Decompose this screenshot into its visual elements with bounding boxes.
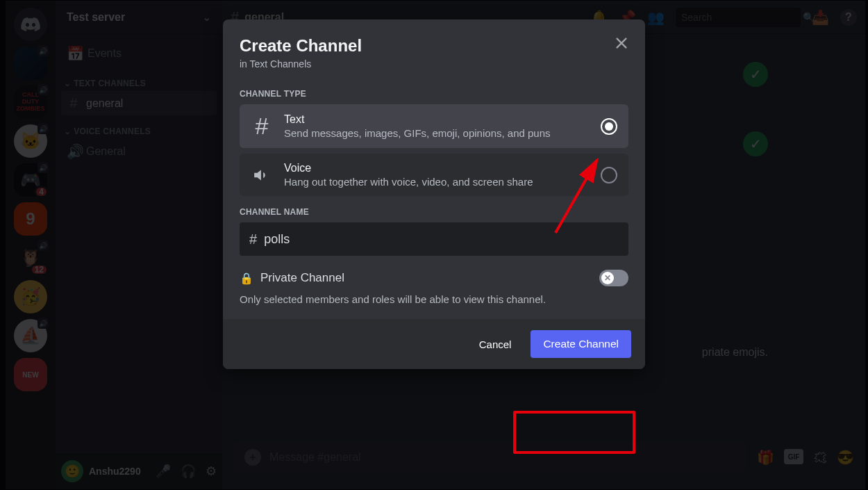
speaker-icon [251,166,273,184]
hash-icon: # [249,231,257,247]
modal-subtitle: in Text Channels [240,58,628,70]
private-channel-toggle[interactable]: ✕ [599,270,628,286]
channel-name-input-wrapper[interactable]: # [240,222,628,256]
type-name: Voice [284,162,590,174]
channel-name-input[interactable] [264,232,619,247]
type-desc: Send messages, images, GIFs, emoji, opin… [284,127,590,139]
channel-type-voice[interactable]: Voice Hang out together with voice, vide… [240,154,628,196]
close-button[interactable] [612,33,631,53]
channel-type-text[interactable]: # Text Send messages, images, GIFs, emoj… [240,104,628,148]
toggle-knob: ✕ [601,272,614,284]
modal-title: Create Channel [240,36,628,56]
type-desc: Hang out together with voice, video, and… [284,176,590,188]
channel-type-label: CHANNEL TYPE [223,78,645,104]
modal-footer: Cancel Create Channel [223,319,645,369]
private-channel-desc: Only selected members and roles will be … [223,289,645,319]
radio-unselected[interactable] [601,167,617,183]
create-channel-modal: Create Channel in Text Channels CHANNEL … [223,19,645,369]
type-name: Text [284,113,590,126]
lock-icon: 🔒 [240,272,253,285]
create-channel-button[interactable]: Create Channel [531,330,631,358]
close-icon [614,35,629,51]
channel-name-label: CHANNEL NAME [223,196,645,222]
radio-selected[interactable] [601,118,617,135]
cancel-button[interactable]: Cancel [471,332,520,357]
private-channel-label: Private Channel [260,271,592,285]
hash-icon: # [251,113,273,140]
